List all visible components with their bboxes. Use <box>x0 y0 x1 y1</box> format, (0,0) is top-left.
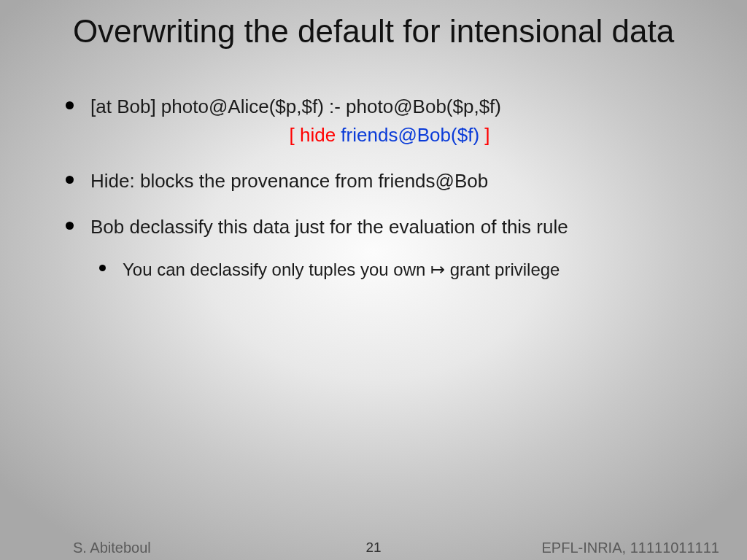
bracket-open: [ <box>290 124 300 146</box>
bullet-hide: Hide: blocks the provenance from friends… <box>58 168 689 194</box>
slide: Overwriting the default for intensional … <box>0 0 747 560</box>
footer-author: S. Abiteboul <box>73 540 151 556</box>
bullet-list: [at Bob] photo@Alice($p,$f) :- photo@Bob… <box>58 94 689 282</box>
nested-list: You can declassify only tuples you own ↦… <box>90 257 689 282</box>
bracket-close: ] <box>479 124 489 146</box>
bullet-grant: You can declassify only tuples you own ↦… <box>90 257 689 282</box>
slide-title: Overwriting the default for intensional … <box>58 13 689 50</box>
rule-text: [at Bob] photo@Alice($p,$f) :- photo@Bob… <box>90 96 501 117</box>
hide-keyword: hide <box>300 124 341 146</box>
rule-annotation: [ hide friends@Bob($f) ] <box>90 122 689 148</box>
footer-affil: EPFL-INRIA, 11111011111 <box>542 540 720 556</box>
footer-page: 21 <box>365 540 381 556</box>
bullet-rule: [at Bob] photo@Alice($p,$f) :- photo@Bob… <box>58 94 689 148</box>
friends-pred: friends@Bob($f) <box>341 124 479 146</box>
bullet-declassify: Bob declassify this data just for the ev… <box>58 214 689 282</box>
bullet-declassify-text: Bob declassify this data just for the ev… <box>90 216 568 238</box>
